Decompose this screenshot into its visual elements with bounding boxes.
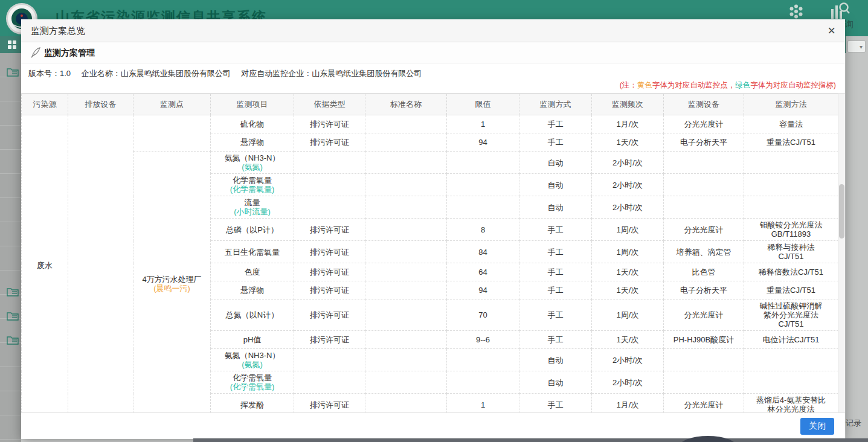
cell-frequency: 1天/次	[592, 263, 664, 281]
cell-frequency: 2小时/次	[592, 174, 664, 196]
cell-method	[744, 174, 838, 196]
auto-company-text: 对应自动监控企业：山东晨鸣纸业集团股份有限公司	[241, 69, 422, 78]
table-header-row: 污染源 排放设备 监测点 监测项目 依据类型 标准名称 限值 监测方式 监测频次…	[22, 94, 838, 115]
cell-standard	[365, 394, 447, 413]
item-name: 硫化物	[214, 120, 290, 129]
cell-device: 分光光度计	[664, 394, 744, 413]
col-header: 监测项目	[211, 94, 294, 115]
cell-device: 比色管	[664, 263, 744, 281]
plan-info: 版本号：1.0 企业名称：山东晨鸣纸业集团股份有限公司 对应自动监控企业：山东晨…	[21, 63, 845, 93]
cell-basis: 排污许可证	[294, 263, 365, 281]
item-name: 氨氮（NH3-N）	[214, 153, 290, 162]
cell-standard	[365, 331, 447, 349]
cell-discharge-device	[68, 115, 133, 413]
cell-frequency: 1天/次	[592, 281, 664, 299]
cell-mode: 手工	[519, 299, 592, 331]
record-label: 记录	[846, 418, 861, 429]
cell-mode: 自动	[519, 152, 592, 174]
cell-standard	[365, 349, 447, 371]
stats-search-icon[interactable]	[829, 2, 850, 20]
cell-mode: 自动	[519, 174, 592, 196]
col-header: 标准名称	[365, 94, 447, 115]
modal-footer: 关闭	[21, 412, 845, 439]
close-button[interactable]: 关闭	[800, 418, 834, 435]
cell-device: 分光光度计	[664, 115, 744, 133]
section-title: 监测方案管理	[44, 48, 95, 59]
cell-mode: 手工	[519, 263, 592, 281]
cell-mode: 手工	[519, 133, 592, 152]
cell-basis	[294, 196, 365, 219]
cell-frequency: 2小时/次	[592, 196, 664, 219]
cell-item: 悬浮物	[211, 133, 294, 152]
cell-device	[664, 196, 744, 219]
folder-icon[interactable]	[7, 286, 19, 297]
item-name: 化学需氧量	[214, 373, 290, 382]
item-name: 流量	[214, 198, 290, 207]
plan-meta: 版本号：1.0 企业名称：山东晨鸣纸业集团股份有限公司 对应自动监控企业：山东晨…	[28, 68, 430, 79]
cell-frequency: 2小时/次	[592, 152, 664, 174]
note-part: 字体为对应自动监控点，	[652, 81, 736, 89]
cell-mode: 自动	[519, 349, 592, 371]
cell-mode: 手工	[519, 394, 592, 413]
filter-dropdown[interactable]: ▾	[847, 40, 866, 53]
cell-frequency: 1周/次	[592, 299, 664, 331]
cell-monitor-point-prev	[133, 115, 211, 152]
apps-dots-icon[interactable]	[787, 4, 805, 19]
version-text: 版本号：1.0	[28, 69, 71, 78]
cell-standard	[365, 133, 447, 152]
right-rail: ▾ 记录	[846, 36, 868, 442]
item-name: 五日生化需氧量	[214, 248, 290, 257]
table-row: 废水 硫化物 排污许可证 1 手工 1月/次 分光光度计 容量法	[22, 115, 838, 133]
folder-icon[interactable]	[7, 310, 19, 321]
cell-standard	[365, 299, 447, 331]
cell-item: 色度	[211, 263, 294, 281]
cell-limit: 94	[447, 133, 519, 152]
app-root: 山东省污染源监测信息共享系统 询	[0, 0, 868, 442]
cell-limit: 1	[447, 115, 519, 133]
cell-device: 分光光度计	[664, 299, 744, 331]
cell-basis	[294, 174, 365, 196]
cell-standard	[365, 152, 447, 174]
plan-table-container: 污染源 排放设备 监测点 监测项目 依据类型 标准名称 限值 监测方式 监测频次…	[21, 93, 845, 412]
col-header: 监测方式	[519, 94, 592, 115]
cell-standard	[365, 174, 447, 196]
vertical-scrollbar[interactable]	[838, 94, 845, 412]
item-name: pH值	[214, 335, 290, 344]
cell-basis: 排污许可证	[294, 133, 365, 152]
cell-method: 钼酸铵分光光度法 GB/T11893	[744, 219, 838, 241]
item-auto-indicator: (化学需氧量)	[214, 185, 290, 194]
cell-limit: 1	[447, 394, 519, 413]
cell-basis	[294, 152, 365, 174]
col-header: 限值	[447, 94, 519, 115]
cell-item: 氨氮（NH3-N）(氨氮)	[211, 152, 294, 174]
scrollbar-thumb[interactable]	[839, 184, 844, 239]
col-header: 污染源	[22, 94, 68, 115]
cell-frequency: 1周/次	[592, 241, 664, 263]
cell-standard	[365, 371, 447, 394]
table-row: 4万方污水处理厂(晨鸣一污) 氨氮（NH3-N）(氨氮) 自动 2小时/次	[22, 152, 838, 174]
cell-device: PH-HJ90B酸度计	[664, 331, 744, 349]
nav-grid-icon[interactable]	[7, 40, 17, 50]
cell-method	[744, 196, 838, 219]
cell-standard	[365, 219, 447, 241]
item-name: 氨氮（NH3-N）	[214, 351, 290, 360]
cell-limit: 64	[447, 263, 519, 281]
col-header: 排放设备	[68, 94, 133, 115]
cell-mode: 手工	[519, 331, 592, 349]
cell-standard	[365, 241, 447, 263]
cell-method	[744, 349, 838, 371]
cell-method: 稀释倍数法CJ/T51	[744, 263, 838, 281]
folder-icon[interactable]	[7, 335, 19, 345]
cell-item: 流量(小时流量)	[211, 196, 294, 219]
legend-note: (注：黄色字体为对应自动监控点，绿色字体为对应自动监控指标)	[620, 80, 836, 91]
cell-item: 悬浮物	[211, 281, 294, 299]
cell-basis: 排污许可证	[294, 241, 365, 263]
cell-frequency: 1月/次	[592, 394, 664, 413]
cell-limit: 70	[447, 299, 519, 331]
cell-standard	[365, 263, 447, 281]
close-icon[interactable]: ×	[828, 23, 835, 39]
cell-method: 重量法CJ/T51	[744, 281, 838, 299]
item-name: 化学需氧量	[214, 176, 290, 185]
folder-icon[interactable]	[7, 66, 19, 77]
cell-frequency: 1周/次	[592, 219, 664, 241]
